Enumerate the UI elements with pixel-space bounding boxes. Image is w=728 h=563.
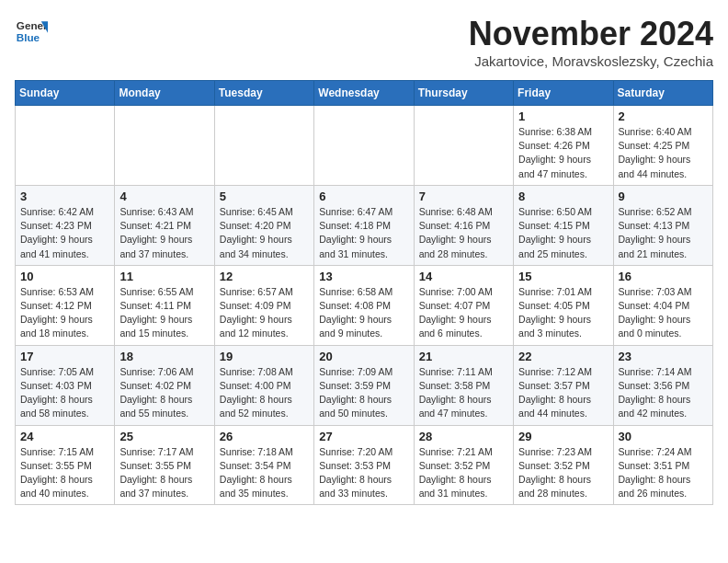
calendar-cell: 2Sunrise: 6:40 AM Sunset: 4:25 PM Daylig…: [613, 106, 712, 186]
calendar-cell: 16Sunrise: 7:03 AM Sunset: 4:04 PM Dayli…: [613, 265, 712, 345]
calendar-cell: 25Sunrise: 7:17 AM Sunset: 3:55 PM Dayli…: [115, 425, 214, 505]
day-number: 24: [20, 430, 109, 443]
day-number: 25: [119, 430, 209, 443]
calendar-cell: 10Sunrise: 6:53 AM Sunset: 4:12 PM Dayli…: [16, 265, 115, 345]
day-number: 19: [220, 350, 309, 363]
day-number: 15: [518, 270, 608, 283]
calendar-cell: 18Sunrise: 7:06 AM Sunset: 4:02 PM Dayli…: [115, 345, 214, 425]
calendar-cell: 7Sunrise: 6:48 AM Sunset: 4:16 PM Daylig…: [414, 185, 513, 265]
calendar-cell: 6Sunrise: 6:47 AM Sunset: 4:18 PM Daylig…: [314, 185, 414, 265]
calendar-cell: 28Sunrise: 7:21 AM Sunset: 3:52 PM Dayli…: [414, 425, 513, 505]
day-info: Sunrise: 7:01 AM Sunset: 4:05 PM Dayligh…: [518, 285, 608, 341]
day-number: 20: [319, 350, 408, 363]
day-number: 17: [20, 350, 109, 363]
weekday-header-saturday: Saturday: [613, 81, 712, 106]
day-info: Sunrise: 7:23 AM Sunset: 3:52 PM Dayligh…: [518, 445, 608, 501]
day-number: 5: [220, 190, 309, 203]
calendar-cell: 13Sunrise: 6:58 AM Sunset: 4:08 PM Dayli…: [314, 265, 414, 345]
calendar-cell: 30Sunrise: 7:24 AM Sunset: 3:51 PM Dayli…: [613, 425, 712, 505]
calendar-cell: 24Sunrise: 7:15 AM Sunset: 3:55 PM Dayli…: [16, 425, 115, 505]
day-number: 8: [518, 190, 608, 203]
day-number: 11: [119, 270, 209, 283]
day-info: Sunrise: 7:03 AM Sunset: 4:04 PM Dayligh…: [619, 285, 708, 341]
day-number: 13: [319, 270, 408, 283]
day-number: 3: [20, 190, 109, 203]
calendar-cell: [414, 106, 513, 186]
day-info: Sunrise: 7:05 AM Sunset: 4:03 PM Dayligh…: [20, 365, 109, 421]
day-info: Sunrise: 7:18 AM Sunset: 3:54 PM Dayligh…: [220, 445, 309, 501]
day-number: 22: [518, 350, 608, 363]
calendar-cell: 21Sunrise: 7:11 AM Sunset: 3:58 PM Dayli…: [414, 345, 513, 425]
calendar-cell: 3Sunrise: 6:42 AM Sunset: 4:23 PM Daylig…: [16, 185, 115, 265]
calendar-cell: 9Sunrise: 6:52 AM Sunset: 4:13 PM Daylig…: [613, 185, 712, 265]
day-info: Sunrise: 7:15 AM Sunset: 3:55 PM Dayligh…: [20, 445, 109, 501]
calendar-cell: 26Sunrise: 7:18 AM Sunset: 3:54 PM Dayli…: [214, 425, 313, 505]
day-number: 28: [419, 430, 508, 443]
svg-text:General: General: [17, 19, 48, 31]
day-number: 30: [619, 430, 708, 443]
page-header: General Blue November 2024 Jakartovice, …: [15, 15, 713, 69]
day-number: 29: [518, 430, 608, 443]
day-info: Sunrise: 7:20 AM Sunset: 3:53 PM Dayligh…: [319, 445, 408, 501]
day-info: Sunrise: 6:55 AM Sunset: 4:11 PM Dayligh…: [119, 285, 209, 341]
day-number: 6: [319, 190, 408, 203]
calendar-cell: 4Sunrise: 6:43 AM Sunset: 4:21 PM Daylig…: [115, 185, 214, 265]
day-info: Sunrise: 6:50 AM Sunset: 4:15 PM Dayligh…: [518, 205, 608, 261]
calendar-cell: [16, 106, 115, 186]
weekday-header-thursday: Thursday: [414, 81, 513, 106]
calendar-cell: 8Sunrise: 6:50 AM Sunset: 4:15 PM Daylig…: [514, 185, 613, 265]
day-info: Sunrise: 7:08 AM Sunset: 4:00 PM Dayligh…: [220, 365, 309, 421]
calendar-cell: 17Sunrise: 7:05 AM Sunset: 4:03 PM Dayli…: [16, 345, 115, 425]
calendar-cell: 22Sunrise: 7:12 AM Sunset: 3:57 PM Dayli…: [514, 345, 613, 425]
day-info: Sunrise: 6:58 AM Sunset: 4:08 PM Dayligh…: [319, 285, 408, 341]
day-number: 10: [20, 270, 109, 283]
weekday-header-monday: Monday: [115, 81, 214, 106]
day-number: 12: [220, 270, 309, 283]
calendar-cell: [314, 106, 414, 186]
day-info: Sunrise: 7:21 AM Sunset: 3:52 PM Dayligh…: [419, 445, 508, 501]
day-info: Sunrise: 6:48 AM Sunset: 4:16 PM Dayligh…: [419, 205, 508, 261]
logo: General Blue: [15, 15, 48, 48]
weekday-header-sunday: Sunday: [16, 81, 115, 106]
calendar-cell: 15Sunrise: 7:01 AM Sunset: 4:05 PM Dayli…: [514, 265, 613, 345]
day-number: 26: [220, 430, 309, 443]
day-info: Sunrise: 7:12 AM Sunset: 3:57 PM Dayligh…: [518, 365, 608, 421]
day-info: Sunrise: 7:17 AM Sunset: 3:55 PM Dayligh…: [119, 445, 209, 501]
day-info: Sunrise: 6:47 AM Sunset: 4:18 PM Dayligh…: [319, 205, 408, 261]
weekday-header-wednesday: Wednesday: [314, 81, 414, 106]
calendar-cell: 20Sunrise: 7:09 AM Sunset: 3:59 PM Dayli…: [314, 345, 414, 425]
day-info: Sunrise: 6:38 AM Sunset: 4:26 PM Dayligh…: [518, 125, 608, 181]
day-number: 7: [419, 190, 508, 203]
day-info: Sunrise: 6:40 AM Sunset: 4:25 PM Dayligh…: [619, 125, 708, 181]
day-number: 18: [119, 350, 209, 363]
day-number: 9: [619, 190, 708, 203]
day-number: 21: [419, 350, 508, 363]
calendar-cell: 12Sunrise: 6:57 AM Sunset: 4:09 PM Dayli…: [214, 265, 313, 345]
day-info: Sunrise: 6:43 AM Sunset: 4:21 PM Dayligh…: [119, 205, 209, 261]
day-number: 14: [419, 270, 508, 283]
day-info: Sunrise: 7:09 AM Sunset: 3:59 PM Dayligh…: [319, 365, 408, 421]
day-info: Sunrise: 6:52 AM Sunset: 4:13 PM Dayligh…: [619, 205, 708, 261]
calendar-table: SundayMondayTuesdayWednesdayThursdayFrid…: [15, 80, 713, 505]
month-title: November 2024: [469, 15, 713, 53]
location-subtitle: Jakartovice, Moravskoslezsky, Czechia: [469, 53, 713, 69]
day-info: Sunrise: 6:53 AM Sunset: 4:12 PM Dayligh…: [20, 285, 109, 341]
calendar-header-row: SundayMondayTuesdayWednesdayThursdayFrid…: [16, 81, 713, 106]
day-info: Sunrise: 7:11 AM Sunset: 3:58 PM Dayligh…: [419, 365, 508, 421]
weekday-header-friday: Friday: [514, 81, 613, 106]
day-info: Sunrise: 7:14 AM Sunset: 3:56 PM Dayligh…: [619, 365, 708, 421]
day-number: 2: [619, 109, 708, 123]
day-number: 4: [119, 190, 209, 203]
day-info: Sunrise: 7:00 AM Sunset: 4:07 PM Dayligh…: [419, 285, 508, 341]
calendar-week-row: 24Sunrise: 7:15 AM Sunset: 3:55 PM Dayli…: [16, 425, 713, 505]
calendar-cell: 14Sunrise: 7:00 AM Sunset: 4:07 PM Dayli…: [414, 265, 513, 345]
calendar-cell: 29Sunrise: 7:23 AM Sunset: 3:52 PM Dayli…: [514, 425, 613, 505]
calendar-week-row: 3Sunrise: 6:42 AM Sunset: 4:23 PM Daylig…: [16, 185, 713, 265]
calendar-cell: 23Sunrise: 7:14 AM Sunset: 3:56 PM Dayli…: [613, 345, 712, 425]
calendar-cell: 19Sunrise: 7:08 AM Sunset: 4:00 PM Dayli…: [214, 345, 313, 425]
calendar-cell: 11Sunrise: 6:55 AM Sunset: 4:11 PM Dayli…: [115, 265, 214, 345]
day-info: Sunrise: 7:24 AM Sunset: 3:51 PM Dayligh…: [619, 445, 708, 501]
day-info: Sunrise: 6:42 AM Sunset: 4:23 PM Dayligh…: [20, 205, 109, 261]
day-number: 16: [619, 270, 708, 283]
calendar-cell: [115, 106, 214, 186]
